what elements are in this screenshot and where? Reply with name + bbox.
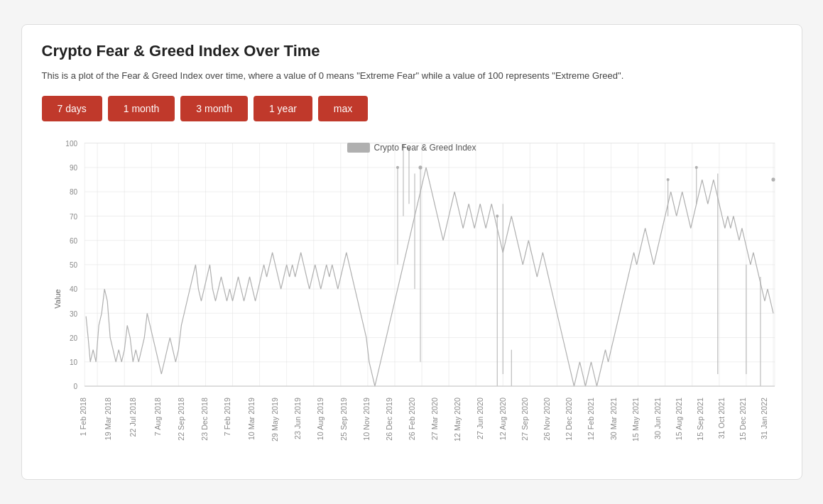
svg-text:70: 70 (69, 212, 77, 220)
svg-text:15 Sep 2021: 15 Sep 2021 (697, 398, 704, 441)
svg-text:22 Sep 2018: 22 Sep 2018 (178, 398, 185, 441)
svg-point-62 (396, 166, 398, 169)
chart-svg: .grid-line { stroke: #e0e0e0; stroke-wid… (42, 136, 782, 462)
svg-text:10 Mar 2019: 10 Mar 2019 (247, 398, 255, 440)
svg-text:12 Dec 2020: 12 Dec 2020 (565, 398, 573, 441)
svg-text:30 Mar 2021: 30 Mar 2021 (609, 398, 617, 440)
svg-text:12 Feb 2021: 12 Feb 2021 (587, 398, 595, 440)
svg-point-66 (496, 214, 498, 217)
svg-text:100: 100 (65, 139, 77, 147)
svg-text:29 May 2019: 29 May 2019 (271, 398, 278, 442)
svg-text:0: 0 (73, 383, 77, 390)
page-description: This is a plot of the Fear & Greed Index… (42, 69, 782, 83)
svg-text:27 Mar 2020: 27 Mar 2020 (431, 398, 439, 440)
svg-text:1 Feb 2018: 1 Feb 2018 (80, 398, 87, 436)
svg-text:15 May 2021: 15 May 2021 (631, 398, 639, 442)
svg-text:26 Dec 2019: 26 Dec 2019 (386, 398, 393, 441)
svg-point-68 (694, 166, 697, 169)
svg-text:12 May 2020: 12 May 2020 (454, 398, 462, 442)
svg-text:22 Jul 2018: 22 Jul 2018 (129, 398, 137, 437)
main-card: Crypto Fear & Greed Index Over Time This… (21, 24, 802, 480)
svg-text:15 Aug 2021: 15 Aug 2021 (675, 398, 683, 440)
svg-text:31 Oct 2021: 31 Oct 2021 (718, 398, 726, 439)
svg-text:26 Nov 2020: 26 Nov 2020 (543, 398, 551, 441)
svg-text:12 Aug 2020: 12 Aug 2020 (499, 398, 507, 440)
svg-text:90: 90 (69, 164, 77, 172)
svg-text:60: 60 (69, 236, 77, 244)
svg-text:20: 20 (69, 334, 77, 341)
svg-text:10 Aug 2019: 10 Aug 2019 (317, 398, 325, 440)
svg-text:80: 80 (69, 188, 77, 196)
svg-point-69 (771, 177, 775, 181)
btn-1year[interactable]: 1 year (254, 96, 312, 121)
svg-text:40: 40 (69, 285, 77, 293)
chart-container: Crypto Fear & Greed Index Value .grid-li… (42, 136, 782, 462)
legend-color-box (347, 143, 369, 153)
svg-text:27 Sep 2020: 27 Sep 2020 (521, 398, 529, 441)
svg-text:15 Dec 2021: 15 Dec 2021 (739, 398, 747, 441)
svg-text:7 Feb 2019: 7 Feb 2019 (224, 398, 231, 436)
svg-text:19 Mar 2018: 19 Mar 2018 (104, 398, 112, 440)
svg-point-65 (418, 165, 422, 169)
btn-7days[interactable]: 7 days (42, 96, 102, 121)
page-title: Crypto Fear & Greed Index Over Time (42, 42, 782, 60)
btn-max[interactable]: max (318, 96, 368, 121)
svg-point-67 (666, 178, 669, 181)
svg-text:23 Jun 2019: 23 Jun 2019 (293, 398, 301, 439)
svg-text:27 Jun 2020: 27 Jun 2020 (476, 398, 484, 439)
btn-1month[interactable]: 1 month (108, 96, 175, 121)
svg-text:26 Feb 2020: 26 Feb 2020 (408, 398, 416, 440)
svg-text:31 Jan 2022: 31 Jan 2022 (761, 398, 768, 439)
y-axis-label: Value (53, 289, 61, 308)
btn-3month[interactable]: 3 month (180, 96, 248, 121)
svg-text:25 Sep 2019: 25 Sep 2019 (340, 398, 348, 441)
svg-text:50: 50 (69, 261, 77, 269)
svg-text:23 Dec 2018: 23 Dec 2018 (201, 398, 209, 441)
svg-text:7 Aug 2018: 7 Aug 2018 (154, 398, 162, 436)
chart-legend: Crypto Fear & Greed Index (347, 143, 476, 153)
svg-text:10 Nov 2019: 10 Nov 2019 (363, 398, 371, 441)
time-range-buttons: 7 days 1 month 3 month 1 year max (42, 96, 782, 121)
legend-label: Crypto Fear & Greed Index (374, 143, 476, 153)
svg-text:10: 10 (69, 358, 77, 366)
svg-text:30 Jun 2021: 30 Jun 2021 (653, 398, 661, 439)
svg-text:30: 30 (69, 309, 77, 317)
